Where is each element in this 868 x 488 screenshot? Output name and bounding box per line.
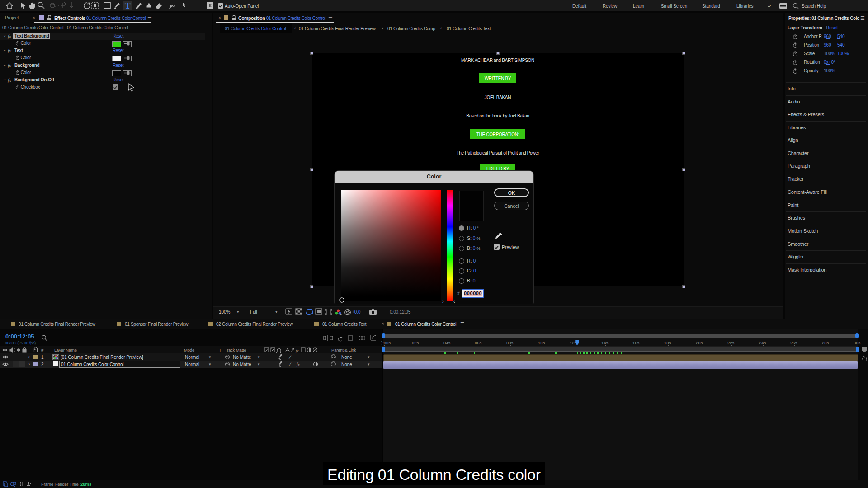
svg-text:fx: fx — [296, 348, 299, 353]
svg-text:T: T — [125, 1, 131, 10]
